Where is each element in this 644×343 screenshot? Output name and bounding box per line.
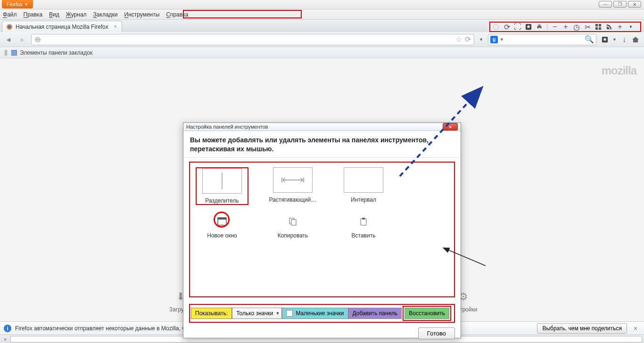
bookmarks-menu-icon[interactable]: [601, 36, 609, 43]
toolbar-right-icons: ▼ ↓: [599, 36, 641, 43]
dialog-titlebar: Настройка панелей инструментов ✕: [183, 123, 461, 131]
add-icon[interactable]: +: [616, 23, 624, 31]
info-close-button[interactable]: ×: [631, 325, 640, 332]
menu-bar: Файл Правка Вид Журнал Закладки Инструме…: [0, 9, 644, 20]
dialog-title: Настройка панелей инструментов: [186, 124, 268, 130]
menu-tools[interactable]: Инструменты: [124, 11, 160, 18]
copy-icon: [273, 214, 313, 229]
restore-button[interactable]: Восстановить: [405, 308, 449, 319]
annotation-circle: [214, 212, 230, 228]
svg-point-11: [607, 28, 609, 30]
firefox-favicon-icon: [6, 24, 13, 30]
svg-rect-8: [599, 24, 601, 26]
item-flexspace[interactable]: Растягивающий…: [266, 167, 319, 205]
menu-view[interactable]: Вид: [49, 11, 59, 18]
clock-icon[interactable]: ◷: [573, 23, 580, 31]
firefox-label: Firefox: [7, 1, 23, 7]
mozilla-logo: mozilla: [602, 64, 636, 77]
annotation-highlight-toolbar: ⟳ ⛶ − + ◷ ✂ + ▼: [489, 22, 641, 32]
annotation-highlight-items: Разделитель Растягивающий… Интервал Ново…: [189, 162, 455, 297]
svg-rect-14: [5, 50, 6, 56]
back-button[interactable]: ◄: [3, 34, 14, 45]
bm-dropdown-icon[interactable]: ▼: [612, 37, 617, 42]
rss-icon[interactable]: [605, 23, 613, 31]
paste-icon: [344, 214, 383, 229]
item-paste[interactable]: Вставить: [337, 214, 390, 239]
bookmarks-toolbar: Элементы панели закладок: [0, 47, 644, 58]
home-icon[interactable]: [632, 36, 639, 43]
done-button[interactable]: Готово: [418, 327, 455, 339]
bookmark-star-icon[interactable]: ☆: [455, 35, 462, 44]
search-engine-icon[interactable]: g: [490, 36, 498, 43]
reload-icon[interactable]: ⟳: [503, 23, 511, 31]
bookmarks-grip-icon: [5, 50, 8, 56]
dialog-instruction: Вы можете добавлять или удалять элементы…: [183, 131, 461, 158]
fullscreen-icon[interactable]: ⛶: [514, 23, 521, 31]
menu-file[interactable]: Файл: [3, 11, 17, 18]
svg-rect-15: [6, 50, 7, 56]
search-icon[interactable]: 🔍: [585, 35, 594, 44]
window-controls: — ❐ ✕: [599, 0, 644, 8]
zoom-in-icon[interactable]: +: [562, 23, 570, 31]
svg-rect-24: [361, 219, 366, 225]
svg-rect-23: [291, 220, 296, 225]
window-titlebar: Firefox ▼ — ❐ ✕: [0, 0, 644, 9]
tab-active[interactable]: Начальная страница Mozilla Firefox ×: [2, 21, 122, 32]
status-close-icon[interactable]: ×: [2, 336, 8, 343]
add-panel-button[interactable]: Добавить панель: [348, 308, 402, 319]
show-mode-select[interactable]: Только значки: [232, 308, 282, 319]
dialog-close-button[interactable]: ✕: [443, 123, 458, 131]
item-spacer[interactable]: Интервал: [337, 167, 390, 205]
forward-button[interactable]: ►: [17, 34, 28, 45]
small-icons-checkbox[interactable]: Маленькие значки: [282, 308, 348, 319]
item-separator[interactable]: Разделитель: [196, 167, 248, 205]
svg-point-1: [8, 25, 11, 28]
search-dropdown-icon[interactable]: ▼: [500, 37, 504, 42]
item-newwindow[interactable]: Новое окно: [196, 214, 248, 239]
reload-url-icon[interactable]: ⟳: [465, 35, 471, 44]
chevron-down-icon: ▼: [25, 2, 28, 7]
svg-rect-9: [595, 27, 598, 30]
info-choose-button[interactable]: Выбрать, чем мне поделиться: [537, 323, 627, 334]
downloads-icon[interactable]: ↓: [620, 36, 628, 43]
svg-rect-5: [538, 24, 540, 26]
annotation-highlight-restore: Восстановить: [403, 306, 451, 321]
zoom-out-icon[interactable]: −: [551, 23, 559, 31]
menu-bookmarks[interactable]: Закладки: [93, 11, 118, 18]
svg-point-2: [494, 24, 499, 30]
annotation-highlight-menubar: [183, 10, 302, 18]
cut-icon[interactable]: ✂: [584, 23, 591, 31]
item-copy[interactable]: Копировать: [266, 214, 319, 239]
bookmarks-toolbar-label[interactable]: Элементы панели закладок: [20, 49, 92, 56]
svg-rect-7: [595, 24, 598, 26]
bookmark-box-icon[interactable]: [525, 23, 532, 31]
url-input[interactable]: ☆ ⟳: [31, 34, 474, 45]
grid-icon[interactable]: [594, 23, 602, 31]
tab-title: Начальная страница Mozilla Firefox: [16, 24, 108, 30]
customize-toolbar-dialog: Настройка панелей инструментов ✕ Вы може…: [183, 122, 461, 338]
annotation-highlight-controls: Показывать: Только значки Маленькие знач…: [189, 304, 455, 323]
print-icon[interactable]: [536, 23, 543, 31]
tab-close-button[interactable]: ×: [112, 24, 119, 30]
dropdown-icon[interactable]: ▼: [627, 23, 635, 31]
firefox-menu-button[interactable]: Firefox ▼: [2, 0, 33, 8]
separator-icon: [202, 168, 242, 194]
flexspace-icon: [273, 167, 313, 193]
checkbox-icon: [286, 310, 293, 317]
browser-content: mozilla ⬇Загрузки ★Закладки ◷Журнал ✦Доп…: [0, 58, 644, 321]
menu-history[interactable]: Журнал: [66, 11, 87, 18]
bookmarks-folder-icon: [11, 50, 17, 56]
search-input[interactable]: g ▼ 🔍: [488, 34, 596, 45]
show-label: Показывать:: [191, 308, 232, 319]
navigation-toolbar: ◄ ► ☆ ⟳ ▼ g ▼ 🔍 ▼ ↓: [0, 32, 644, 47]
close-button[interactable]: ✕: [628, 1, 641, 8]
menu-edit[interactable]: Правка: [24, 11, 43, 18]
url-dropdown-icon[interactable]: ▼: [477, 37, 485, 42]
spacer-icon: [344, 167, 383, 193]
loading-icon[interactable]: [492, 23, 500, 31]
maximize-button[interactable]: ❐: [613, 1, 627, 8]
globe-icon: [34, 36, 41, 43]
minimize-button[interactable]: —: [599, 1, 612, 8]
svg-rect-25: [362, 218, 365, 220]
dialog-body: Разделитель Растягивающий… Интервал Ново…: [183, 158, 461, 301]
